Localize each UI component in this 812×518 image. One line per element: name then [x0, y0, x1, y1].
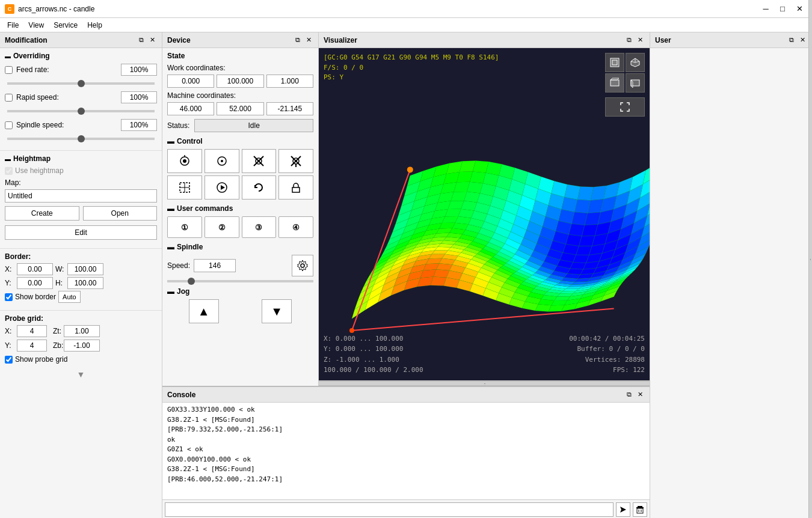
spindlespeed-input[interactable]	[121, 119, 157, 131]
lock-button[interactable]	[278, 175, 313, 200]
zero-z-button[interactable]	[278, 149, 313, 173]
speed-input[interactable]	[194, 259, 236, 272]
border-y-input[interactable]	[17, 277, 53, 289]
machine-z-display: -21.145	[266, 102, 313, 115]
center-button[interactable]	[167, 175, 202, 200]
spindlespeed-row: Spindle speed:	[5, 119, 157, 131]
probe-z-button[interactable]	[205, 149, 239, 173]
map-open-button[interactable]: Open	[83, 206, 158, 221]
ucmd2-button[interactable]: ②	[205, 216, 239, 238]
rapidspeed-slider-row	[5, 106, 157, 114]
console-send-btn[interactable]	[616, 502, 630, 517]
feedrate-input[interactable]	[121, 64, 157, 76]
menu-service[interactable]: Service	[49, 20, 82, 31]
minimize-button[interactable]: ─	[758, 3, 774, 15]
feedrate-checkbox[interactable]	[5, 66, 13, 74]
ucmd1-button[interactable]: ①	[167, 216, 202, 238]
maximize-button[interactable]: □	[775, 3, 790, 15]
menu-help[interactable]: Help	[82, 20, 107, 31]
heightmap-section: ▬ Heightmap Use heightmap Map: Create Op…	[0, 151, 162, 248]
spindlespeed-slider[interactable]	[7, 138, 155, 140]
menu-file[interactable]: File	[2, 20, 23, 31]
rapidspeed-checkbox[interactable]	[5, 94, 13, 102]
probe-x-input[interactable]	[17, 325, 47, 337]
show-probe-checkbox[interactable]	[5, 356, 13, 364]
svg-point-17	[301, 264, 304, 267]
show-border-checkbox[interactable]	[5, 293, 13, 301]
rapidspeed-input[interactable]	[121, 91, 157, 103]
y-range: Y: 0.000 ... 100.000	[324, 344, 423, 355]
vis-heightmap-resize[interactable]: ···	[319, 381, 650, 386]
heightmap-canvas	[319, 48, 650, 380]
menu-view[interactable]: View	[23, 20, 49, 31]
modification-close-btn[interactable]: ✕	[148, 35, 157, 44]
console-close-btn[interactable]: ✕	[636, 390, 645, 399]
spindlespeed-checkbox[interactable]	[5, 121, 13, 129]
device-restore-btn[interactable]: ⧉	[294, 35, 302, 44]
map-create-button[interactable]: Create	[5, 206, 79, 221]
show-probe-row: Show probe grid	[5, 355, 157, 364]
visualizer-restore-btn[interactable]: ⧉	[625, 35, 633, 44]
overriding-label: Overriding	[13, 52, 50, 60]
app-icon: C	[5, 4, 14, 14]
spindle-slider[interactable]	[167, 280, 313, 282]
status-row: Status: Idle	[167, 119, 313, 132]
feedrate-slider[interactable]	[7, 82, 155, 85]
spindle-settings-button[interactable]	[292, 255, 313, 276]
auto-button[interactable]: Auto	[58, 291, 81, 303]
use-heightmap-checkbox[interactable]	[5, 167, 13, 175]
zero-xy-button[interactable]	[242, 149, 277, 173]
home-button[interactable]	[167, 149, 202, 173]
work-x-display: 0.000	[167, 75, 214, 88]
border-h-input[interactable]	[67, 277, 103, 289]
vis-side-view-btn[interactable]	[626, 73, 645, 93]
title-bar: C arcs_arrows.nc - candle ─ □ ✕	[0, 0, 812, 18]
reset-button[interactable]	[242, 175, 277, 200]
user-restore-btn[interactable]: ⧉	[787, 35, 796, 44]
console-clear-btn[interactable]	[633, 502, 647, 517]
jog-down-button[interactable]: ▼	[262, 299, 292, 323]
user-cmd-label: ▬ User commands	[167, 204, 313, 213]
vis-info-overlay: [GC:G0 G54 G17 G21 G90 G94 M5 M9 T0 F8 S…	[324, 53, 499, 83]
run-button[interactable]	[205, 175, 239, 200]
jog-up-button[interactable]: ▲	[189, 299, 219, 323]
map-edit-button[interactable]: Edit	[5, 225, 157, 240]
feedrate-slider-row	[5, 78, 157, 87]
vis-front-view-btn[interactable]	[605, 73, 624, 93]
scroll-down-indicator: ▼	[0, 367, 162, 382]
device-close-btn[interactable]: ✕	[304, 35, 313, 44]
probe-y-input[interactable]	[17, 340, 47, 352]
heightmap-section-header[interactable]: ▬ Heightmap	[5, 154, 157, 163]
probe-zb-input[interactable]	[64, 340, 100, 352]
map-name-input[interactable]	[5, 189, 157, 203]
probe-zt-input[interactable]	[64, 325, 100, 337]
spindlespeed-label: Spindle speed:	[16, 121, 117, 129]
ucmd3-button[interactable]: ③	[242, 216, 277, 238]
console-output: G0X33.333Y100.000 < ok G38.2Z-1 < [MSG:F…	[162, 403, 650, 500]
ucmd4-button[interactable]: ④	[278, 216, 313, 238]
svg-rect-19	[612, 60, 617, 65]
vis-3d-view-btn[interactable]	[626, 53, 645, 72]
z-range: Z: -1.000 ... 1.000	[324, 355, 423, 365]
border-x-input[interactable]	[17, 263, 53, 275]
modification-restore-btn[interactable]: ⧉	[137, 35, 146, 44]
jog-text: Jog	[177, 287, 189, 296]
border-x-label: X:	[5, 265, 14, 273]
modification-panel: Modification ⧉ ✕ ▬ Overriding Feed rate:	[0, 32, 162, 518]
rapidspeed-slider[interactable]	[7, 110, 155, 112]
close-button[interactable]: ✕	[792, 3, 807, 15]
vis-expand-btn[interactable]	[605, 97, 645, 117]
modification-header: Modification ⧉ ✕	[0, 32, 162, 48]
user-close-btn[interactable]: ✕	[798, 35, 807, 44]
machine-y-display: 52.000	[217, 102, 263, 115]
window-title: arcs_arrows.nc - candle	[18, 5, 94, 13]
console-restore-btn[interactable]: ⧉	[625, 390, 633, 399]
border-y-label: Y:	[5, 279, 14, 287]
console-input[interactable]	[165, 502, 614, 517]
vis-top-view-btn[interactable]	[605, 53, 624, 72]
border-w-input[interactable]	[67, 263, 103, 275]
work-z-display: 1.000	[266, 75, 313, 88]
visualizer-close-btn[interactable]: ✕	[636, 35, 645, 44]
console-line-5: G0X0.000Y100.000 < ok	[167, 455, 645, 465]
overriding-header[interactable]: ▬ Overriding	[5, 52, 157, 60]
